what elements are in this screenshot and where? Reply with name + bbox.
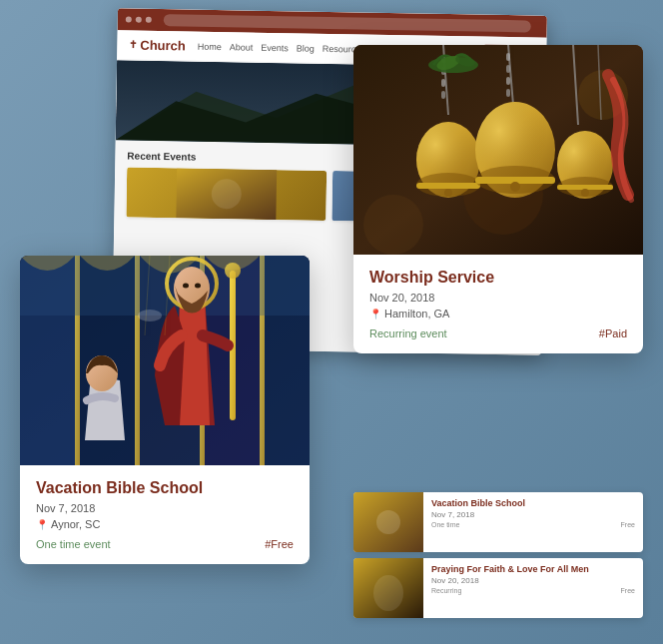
vbs-card-body: Vacation Bible School Nov 7, 2018 📍 Ayno… (20, 465, 310, 564)
nav-home: Home (198, 41, 222, 51)
svg-point-62 (376, 510, 400, 534)
svg-rect-19 (506, 65, 510, 73)
small-card-title-2: Praying For Faith & Love For All Men (431, 564, 635, 574)
small-card-tag1-1: One time (431, 521, 459, 528)
worship-card-location: 📍 Hamilton, GA (369, 308, 627, 320)
svg-point-31 (510, 182, 520, 192)
paid-tag: #Paid (599, 327, 627, 339)
mini-event-card-1[interactable] (126, 167, 327, 220)
worship-card[interactable]: Worship Service Nov 20, 2018 📍 Hamilton,… (353, 45, 643, 353)
mini-event-image-1 (126, 167, 327, 220)
svg-point-64 (373, 575, 403, 611)
location-pin-icon: 📍 (369, 309, 381, 320)
svg-point-55 (183, 284, 189, 289)
svg-rect-16 (441, 79, 445, 87)
worship-card-title: Worship Service (369, 269, 627, 287)
small-card-tags-1: One time Free (431, 521, 635, 528)
svg-rect-18 (506, 53, 510, 61)
small-card-image-1 (353, 492, 423, 552)
svg-point-56 (195, 284, 201, 289)
svg-point-7 (363, 195, 423, 255)
worship-location-text: Hamilton, GA (384, 308, 449, 320)
small-card-content-1: Vacation Bible School Nov 7, 2018 One ti… (423, 492, 643, 552)
svg-rect-25 (416, 183, 480, 189)
svg-point-52 (225, 263, 241, 279)
small-card-2[interactable]: Praying For Faith & Love For All Men Nov… (353, 558, 643, 618)
vbs-card-image (20, 256, 310, 465)
nav-events: Events (261, 42, 289, 52)
worship-card-image (353, 45, 643, 255)
browser-dot-1 (126, 16, 132, 22)
small-card-tag2-2: Free (621, 587, 635, 594)
svg-point-26 (444, 189, 452, 197)
small-card-1[interactable]: Vacation Bible School Nov 7, 2018 One ti… (353, 492, 643, 552)
worship-card-footer: Recurring event #Paid (369, 327, 627, 339)
nav-about: About (230, 42, 254, 52)
worship-card-body: Worship Service Nov 20, 2018 📍 Hamilton,… (353, 255, 643, 353)
small-card-tag1-2: Recurring (431, 587, 461, 594)
svg-rect-17 (441, 91, 445, 99)
small-cards-container: Vacation Bible School Nov 7, 2018 One ti… (353, 492, 643, 624)
svg-rect-50 (20, 256, 310, 316)
small-card-tags-2: Recurring Free (431, 587, 635, 594)
vbs-card[interactable]: Vacation Bible School Nov 7, 2018 📍 Ayno… (20, 256, 310, 564)
browser-dot-2 (136, 17, 142, 23)
onetime-tag: One time event (36, 538, 111, 550)
vbs-location-pin-icon: 📍 (36, 519, 48, 530)
small-card-tag2-1: Free (621, 521, 635, 528)
small-card-title-1: Vacation Bible School (431, 498, 635, 508)
vbs-location-text: Aynor, SC (51, 518, 100, 530)
site-logo: Church (129, 37, 186, 53)
vbs-card-date: Nov 7, 2018 (36, 502, 294, 514)
svg-point-58 (138, 310, 162, 322)
svg-point-36 (581, 189, 589, 197)
browser-dot-3 (146, 17, 152, 23)
vbs-card-footer: One time event #Free (36, 538, 294, 550)
browser-url-bar (164, 14, 531, 32)
svg-rect-20 (506, 77, 510, 85)
small-card-date-2: Nov 20, 2018 (431, 576, 635, 585)
small-card-content-2: Praying For Faith & Love For All Men Nov… (423, 558, 643, 618)
nav-blog: Blog (297, 43, 315, 53)
small-card-date-1: Nov 7, 2018 (431, 510, 635, 519)
vbs-card-location: 📍 Aynor, SC (36, 518, 294, 530)
svg-rect-21 (506, 89, 510, 97)
recurring-tag: Recurring event (369, 327, 447, 339)
small-card-image-2 (353, 558, 423, 618)
worship-card-date: Nov 20, 2018 (369, 292, 627, 304)
vbs-card-title: Vacation Bible School (36, 479, 294, 497)
free-tag: #Free (265, 538, 294, 550)
